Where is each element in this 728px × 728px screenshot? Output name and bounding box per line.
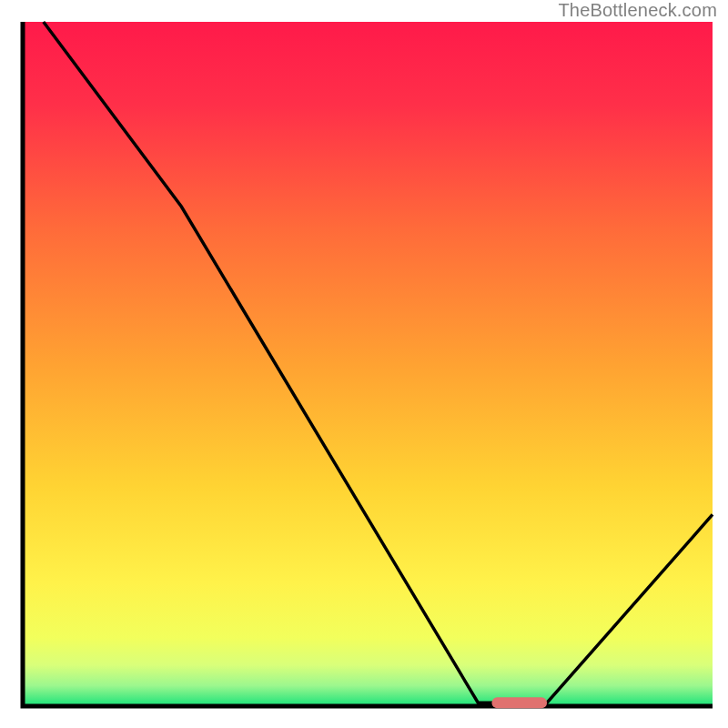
bottleneck-chart: TheBottleneck.com: [0, 0, 728, 728]
watermark-text: TheBottleneck.com: [558, 0, 717, 21]
chart-svg: [0, 0, 728, 728]
plot-background: [23, 22, 713, 706]
optimal-range-marker: [491, 697, 547, 708]
